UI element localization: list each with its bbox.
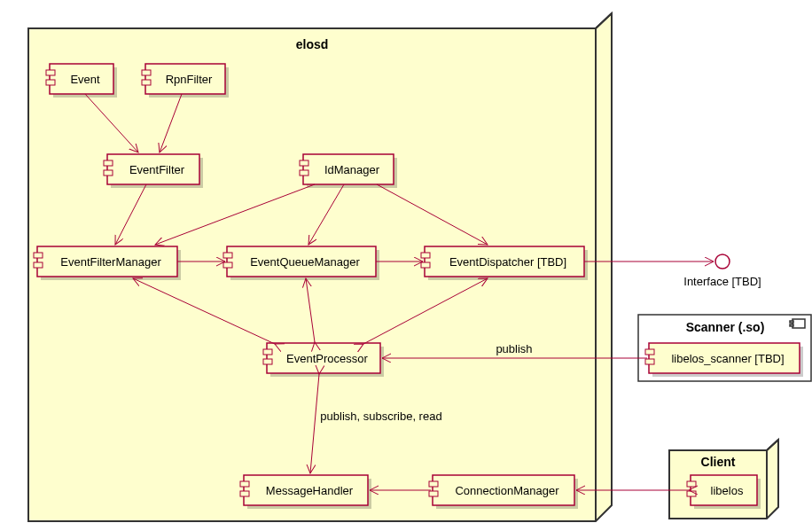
component-libelos-label: libelos	[711, 484, 744, 497]
svg-rect-48	[645, 349, 654, 355]
container-elosd-title: elosd	[296, 37, 329, 51]
edge-scanner-ep-label: publish	[496, 342, 532, 355]
svg-rect-17	[104, 170, 113, 176]
svg-rect-20	[300, 160, 308, 166]
svg-rect-4	[790, 324, 793, 326]
component-eventprocessor: EventProcessor	[263, 343, 384, 377]
svg-rect-40	[240, 481, 249, 487]
component-idmanager-label: IdManager	[324, 163, 380, 176]
svg-rect-25	[34, 262, 43, 268]
svg-rect-16	[104, 160, 113, 166]
svg-rect-33	[421, 262, 430, 268]
svg-rect-24	[34, 253, 43, 258]
svg-rect-37	[263, 359, 272, 364]
svg-rect-28	[223, 253, 232, 258]
svg-point-54	[715, 254, 730, 269]
component-eventdispatcher-label: EventDispatcher [TBD]	[449, 255, 566, 269]
svg-rect-2	[792, 319, 805, 328]
svg-rect-49	[645, 359, 654, 364]
container-scanner-title: Scanner (.so)	[686, 320, 765, 334]
component-connectionmanager: ConnectionManager	[429, 475, 578, 509]
component-libelos: libelos	[687, 475, 761, 509]
svg-rect-52	[687, 481, 696, 487]
component-messagehandler: MessageHandler	[240, 475, 371, 509]
svg-rect-45	[429, 491, 438, 496]
component-idmanager: IdManager	[300, 154, 397, 188]
component-diagram: elosd Scanner (.so) Client Event RpnFilt…	[9, 9, 812, 523]
svg-rect-53	[687, 491, 696, 496]
component-libelos-scanner-label: libelos_scanner [TBD]	[671, 352, 784, 365]
svg-rect-12	[142, 70, 151, 75]
component-event-label: Event	[70, 73, 100, 86]
component-connectionmanager-label: ConnectionManager	[455, 484, 559, 497]
svg-rect-13	[142, 80, 151, 85]
component-libelos-scanner: libelos_scanner [TBD]	[645, 343, 803, 377]
svg-rect-44	[429, 481, 438, 487]
component-messagehandler-label: MessageHandler	[266, 484, 354, 497]
component-eventprocessor-label: EventProcessor	[286, 352, 368, 365]
svg-rect-3	[790, 321, 793, 323]
component-eventfiltermanager: EventFilterManager	[34, 246, 181, 280]
component-eventdispatcher: EventDispatcher [TBD]	[421, 246, 588, 280]
svg-rect-8	[46, 70, 55, 75]
svg-rect-9	[46, 80, 55, 85]
interface-label: Interface [TBD]	[683, 275, 761, 288]
svg-rect-32	[421, 253, 430, 258]
container-client-title: Client	[701, 455, 736, 469]
component-eventfilter-label: EventFilter	[129, 163, 185, 176]
component-eventfilter: EventFilter	[104, 154, 203, 188]
component-rpnfilter: RpnFilter	[142, 64, 229, 98]
component-eventqueuemanager: EventQueueManager	[223, 246, 379, 280]
component-eventqueuemanager-label: EventQueueManager	[250, 255, 360, 269]
svg-rect-29	[223, 262, 232, 268]
component-event: Event	[46, 64, 117, 98]
interface-node: Interface [TBD]	[683, 254, 761, 288]
svg-rect-41	[240, 491, 249, 496]
edge-ep-mh-label: publish, subscribe, read	[320, 410, 441, 423]
svg-rect-36	[263, 349, 272, 355]
component-eventfiltermanager-label: EventFilterManager	[60, 255, 161, 269]
component-rpnfilter-label: RpnFilter	[166, 73, 213, 86]
svg-rect-21	[300, 170, 308, 176]
